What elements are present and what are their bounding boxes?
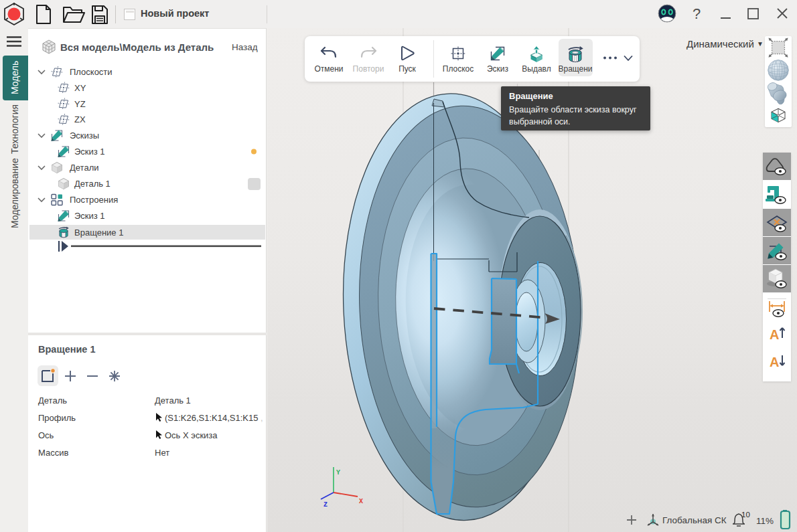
svg-text:(S1:K26,S1:K14,S1:K15: (S1:K26,S1:K14,S1:K15	[165, 413, 258, 423]
svg-text:Отмени: Отмени	[314, 64, 343, 74]
svg-text:Эскизы: Эскизы	[70, 130, 99, 141]
svg-text:YZ: YZ	[74, 99, 86, 109]
svg-text:A: A	[770, 327, 779, 342]
svg-text:Эскиз 1: Эскиз 1	[74, 211, 105, 221]
svg-text:,: ,	[261, 413, 263, 423]
svg-text:A: A	[770, 355, 779, 369]
svg-text:X: X	[359, 498, 363, 505]
svg-text:ZX: ZX	[74, 114, 86, 124]
svg-text:Выдавл: Выдавл	[522, 64, 551, 74]
svg-text:Деталь 1: Деталь 1	[74, 179, 111, 189]
svg-text:Эскиз 1: Эскиз 1	[74, 147, 105, 157]
svg-text:Плоскос: Плоскос	[443, 64, 474, 74]
svg-text:?: ?	[693, 5, 701, 22]
svg-text:Глобальная СК: Глобальная СК	[662, 515, 727, 525]
svg-text:Вращение 1: Вращение 1	[74, 228, 123, 238]
svg-text:Модель: Модель	[9, 61, 20, 94]
svg-text:Z: Z	[323, 501, 328, 509]
svg-text:Технология: Технология	[9, 104, 20, 154]
svg-text:Нет: Нет	[155, 448, 169, 458]
svg-text:11%: 11%	[756, 516, 774, 526]
svg-text:Детали: Детали	[70, 163, 99, 173]
svg-text:Построения: Построения	[70, 195, 118, 205]
svg-text:Ось X эскиза: Ось X эскиза	[165, 430, 218, 440]
svg-text:Повтори: Повтори	[353, 64, 384, 74]
svg-text:Моделирование: Моделирование	[9, 158, 20, 228]
svg-text:Y: Y	[336, 469, 340, 476]
svg-text:Эскиз: Эскиз	[487, 64, 509, 74]
svg-text:XY: XY	[74, 83, 86, 93]
svg-text:Плоскости: Плоскости	[70, 67, 113, 77]
svg-text:Вращени: Вращени	[558, 64, 592, 74]
svg-text:Пуск: Пуск	[398, 64, 416, 74]
svg-text:10: 10	[741, 511, 750, 519]
